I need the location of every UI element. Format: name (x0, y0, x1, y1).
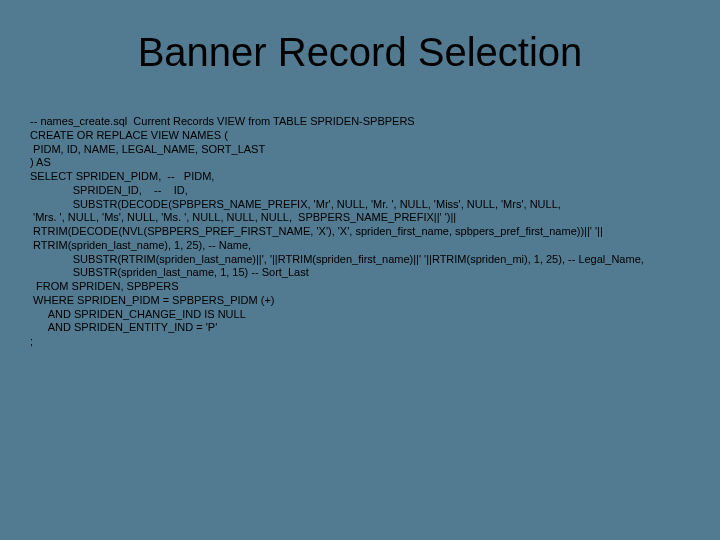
slide-title: Banner Record Selection (30, 30, 690, 75)
slide: Banner Record Selection -- names_create.… (0, 0, 720, 540)
sql-code-block: -- names_create.sql Current Records VIEW… (30, 115, 690, 349)
